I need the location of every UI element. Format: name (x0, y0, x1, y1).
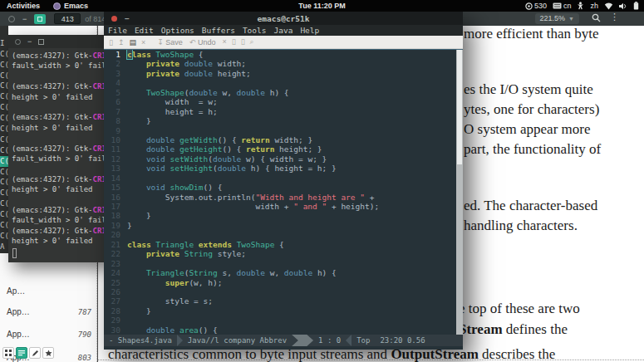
code-line: 11 double getHeight() { return height; } (104, 144, 463, 154)
line-number: 12 (104, 154, 120, 164)
line-number: 5 (104, 88, 120, 97)
clock[interactable]: Tue 11:20 PM (298, 2, 345, 10)
battery-indicator[interactable] (633, 2, 639, 10)
code-lines: 1class TwoShape {2 private double width;… (104, 50, 463, 335)
code-line: 2 private double width; (104, 59, 463, 68)
line-number: 11 (104, 144, 120, 154)
emacs-titlebar[interactable]: − emacs@cr51k (104, 12, 463, 25)
app-indicator[interactable]: Emacs (47, 2, 95, 10)
evince-maximize-button[interactable] (34, 14, 46, 24)
code-line: 9 (104, 126, 463, 135)
code-line: 14 (104, 174, 463, 183)
terminal-back-line: C( (0, 124, 8, 135)
terminal-minimize-button[interactable]: − (27, 37, 32, 46)
menu-java[interactable]: Java (273, 26, 293, 35)
terminal-maximize-button[interactable] (38, 39, 44, 45)
emacs-close-button[interactable] (111, 16, 117, 22)
terminal-back-line: C( (0, 135, 8, 145)
activities-button[interactable]: Activities (0, 2, 47, 10)
thumbnails-tab[interactable] (2, 347, 14, 359)
terminal-back-line: C( (0, 91, 8, 102)
code-line: 28 } (104, 306, 463, 316)
code-line: 3 private double height; (104, 69, 463, 78)
zoom-level-button[interactable]: 221.5% ▼ (535, 13, 579, 24)
terminal-back-line: C( (0, 60, 8, 71)
menu-buffers[interactable]: Buffers (202, 26, 235, 35)
line-number: 6 (104, 97, 120, 106)
search-button[interactable] (592, 13, 601, 22)
code-line: 17 width + " and " + height); (104, 202, 463, 211)
undo-button[interactable]: ↶ Undo (189, 38, 216, 46)
open-file-icon[interactable]: ↥ (118, 38, 125, 46)
line-number: 3 (104, 69, 120, 78)
pdf-text-fragment: ed. The character-based (464, 198, 597, 214)
page-total-label: of 814 (85, 15, 106, 23)
keyboard-layout-indicator[interactable]: cn (553, 2, 572, 10)
copy-icon[interactable]: ▯ (232, 37, 236, 46)
code-line: 12 void setWidth(double w) { width = w; … (104, 154, 463, 164)
index-entry-title: Ap… (7, 286, 25, 296)
emacs-minimize-button[interactable]: − (125, 14, 130, 23)
line-number: 26 (104, 287, 120, 296)
wifi-indicator[interactable] (604, 2, 613, 10)
line-number: 29 (104, 316, 120, 325)
terminal-window-back[interactable]: IC(C(C(C(C(C(C(C(C(C(C(C(C(C(C(C(C(C(A (0, 26, 8, 253)
emacs-echo-area[interactable] (104, 346, 463, 350)
terminal-line: (emacs:4327): Gtk-CRITICAL (12, 174, 106, 184)
search-icon[interactable]: ⌕ (250, 37, 254, 46)
page-number-input[interactable]: 413 (54, 13, 81, 24)
code-line: 27 style = s; (104, 296, 463, 306)
save-buffer-icon[interactable]: ▤ (130, 38, 137, 46)
emacs-window-title: emacs@cr51k (258, 14, 310, 23)
terminal-output[interactable]: (emacs:4327): Gtk-CRITICALfault_width > … (8, 48, 106, 262)
keyboard-icon (553, 2, 562, 9)
line-number: 14 (104, 174, 120, 183)
line-number: 17 (104, 202, 120, 211)
code-line: 10 double getWidth() { return width; } (104, 135, 463, 144)
terminal-back-line: C( (0, 231, 8, 242)
cut-icon[interactable]: × (222, 37, 226, 46)
terminal-close-button[interactable] (15, 39, 21, 45)
paste-icon[interactable]: ▯ (241, 37, 245, 46)
new-file-icon[interactable]: ▯ (109, 38, 113, 46)
save-button[interactable]: ↧ Save (157, 38, 183, 46)
terminal-line: (emacs:4327): Gtk-CRITICAL (12, 51, 106, 61)
emacs-scrollbar[interactable] (456, 50, 463, 335)
desktop: characteristics common to byte input str… (0, 0, 644, 362)
terminal-line: fault_width > 0' failed (12, 154, 106, 164)
line-number: 7 (104, 107, 120, 116)
pdf-text-fragment: part, the functionality of (464, 141, 601, 158)
accessibility-indicator[interactable] (577, 2, 584, 10)
evince-close-button[interactable] (8, 16, 15, 22)
app-menu-button[interactable]: ⋮ (610, 12, 619, 22)
index-entry[interactable]: App…787 (0, 301, 96, 323)
menu-file[interactable]: File (108, 26, 127, 35)
emacs-app-icon (53, 2, 61, 10)
emacs-code-buffer[interactable]: 1class TwoShape {2 private double width;… (104, 49, 463, 335)
sidebar-tab-bar (0, 347, 54, 360)
outline-tab[interactable] (16, 347, 27, 359)
code-line: 1class TwoShape { (104, 50, 463, 59)
menu-help[interactable]: Help (300, 26, 319, 35)
save-button-label: Save (165, 38, 183, 46)
menu-tools[interactable]: Tools (243, 26, 267, 35)
bookmarks-tab[interactable] (42, 347, 54, 359)
input-method-indicator[interactable]: zh (590, 2, 598, 10)
terminal-line: height > 0' failed (12, 184, 106, 194)
emacs-scrollbar-thumb[interactable] (457, 50, 462, 164)
evince-minimize-button[interactable]: − (22, 15, 27, 23)
line-number: 23 (104, 259, 120, 268)
menu-options[interactable]: Options (161, 26, 194, 35)
terminal-titlebar[interactable]: − (8, 35, 106, 48)
code-line: 6 width = w; (104, 97, 463, 106)
pdf-text-fragment: e top of these are two (459, 301, 580, 317)
menu-edit[interactable]: Edit (135, 26, 154, 35)
close-buffer-icon[interactable]: × (141, 38, 145, 46)
index-entry[interactable]: App…790 (0, 323, 96, 345)
index-entry[interactable]: Ap… (0, 280, 96, 302)
annotations-tab[interactable] (29, 347, 41, 359)
volume-indicator[interactable] (619, 2, 627, 10)
system-monitor-indicator[interactable]: 530 (525, 2, 547, 10)
emacs-modeline: - Shapes4.java Java//l company Abbrev 1 … (104, 335, 463, 346)
pdf-text-fragment: ytes, one for characters) (464, 101, 599, 118)
